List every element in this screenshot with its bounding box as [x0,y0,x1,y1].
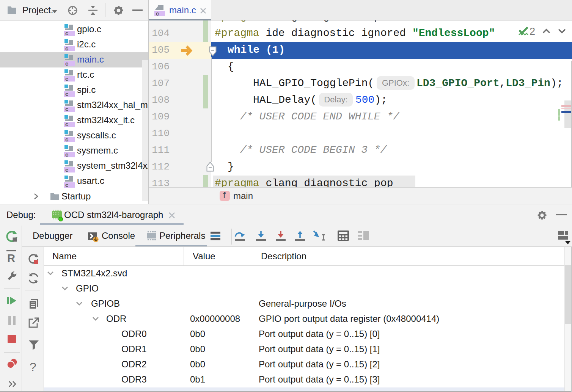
svg-text:c: c [65,151,68,158]
svg-text:c: c [65,60,68,67]
svg-text:c: c [65,182,68,188]
svg-text:c: c [65,91,68,97]
svg-text:c: c [156,10,159,17]
svg-text:c: c [65,106,68,112]
svg-text:c: c [65,121,68,127]
svg-text:c: c [65,136,68,143]
svg-text:c: c [65,166,68,173]
svg-text:c: c [65,30,68,36]
svg-text:c: c [65,75,68,82]
svg-text:c: c [65,45,68,52]
